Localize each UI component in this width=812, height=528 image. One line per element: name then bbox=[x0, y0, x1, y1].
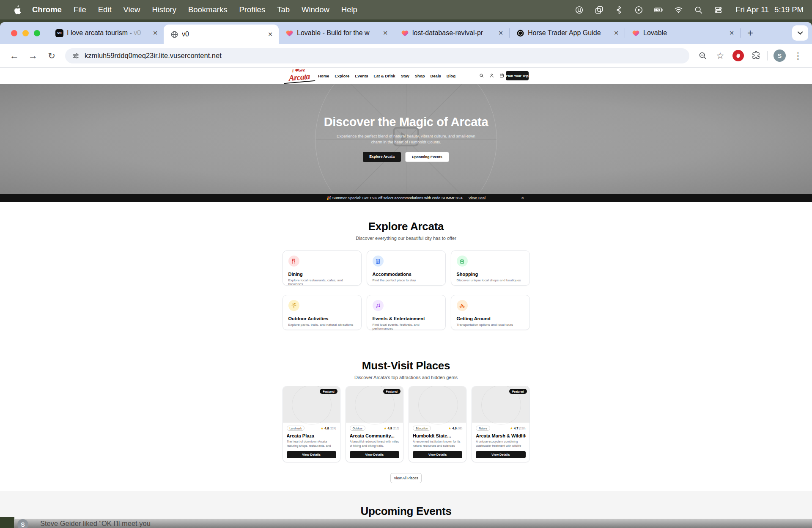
place-card-community-forest[interactable]: Featured Outdoor 4.9(210) Arcata Communi… bbox=[346, 386, 403, 462]
bookmark-star-icon[interactable]: ☆ bbox=[711, 51, 729, 61]
user-icon[interactable] bbox=[489, 73, 494, 78]
close-icon[interactable]: ✕ bbox=[611, 30, 621, 36]
menu-item-file[interactable]: File bbox=[68, 5, 92, 14]
explore-arcata-button[interactable]: Explore Arcata bbox=[363, 152, 401, 162]
battery-charging-icon[interactable] bbox=[654, 6, 663, 14]
plan-your-trip-button[interactable]: Plan Your Trip bbox=[506, 71, 529, 80]
place-desc: A beautiful redwood forest with miles of… bbox=[350, 440, 399, 448]
explore-card-events[interactable]: Events & Entertainment Find local events… bbox=[367, 295, 446, 330]
menu-item-bookmarks[interactable]: Bookmarks bbox=[182, 5, 233, 14]
view-deal-link[interactable]: View Deal bbox=[469, 196, 486, 200]
close-icon[interactable]: ✕ bbox=[496, 30, 506, 36]
utorrent-icon[interactable] bbox=[575, 6, 584, 14]
card-title: Shopping bbox=[457, 272, 524, 277]
site-settings-icon[interactable] bbox=[72, 52, 80, 60]
card-title: Getting Around bbox=[457, 316, 524, 321]
explore-cards-grid: Dining Explore local restaurants, cafes,… bbox=[283, 245, 530, 330]
wifi-icon[interactable] bbox=[674, 6, 683, 14]
close-icon[interactable]: ✕ bbox=[521, 194, 524, 202]
play-circle-icon[interactable] bbox=[634, 6, 643, 14]
review-count: (124) bbox=[330, 427, 336, 430]
address-bar[interactable]: kzmluh59rddq0meq23ir.lite.vusercontent.n… bbox=[65, 48, 689, 63]
extensions-puzzle-icon[interactable] bbox=[747, 51, 765, 60]
menu-item-edit[interactable]: Edit bbox=[92, 5, 118, 14]
star-icon bbox=[321, 426, 324, 430]
control-toggles-icon[interactable] bbox=[714, 6, 723, 14]
new-tab-button[interactable]: + bbox=[741, 27, 760, 39]
music-note-icon bbox=[373, 300, 384, 311]
nav-eat-drink[interactable]: Eat & Drink bbox=[373, 74, 395, 78]
explore-card-getting-around[interactable]: Getting Around Transportation options an… bbox=[451, 295, 530, 330]
utensils-icon bbox=[288, 256, 299, 267]
hero-title: Discover the Magic of Arcata bbox=[0, 84, 812, 129]
shopping-bag-icon bbox=[457, 256, 468, 267]
view-details-button[interactable]: View Details bbox=[350, 451, 399, 458]
nav-stay[interactable]: Stay bbox=[401, 74, 409, 78]
menu-bar-status-area: Fri Apr 11 5:19 PM bbox=[575, 5, 804, 14]
place-card-arcata-plaza[interactable]: Featured Landmark 4.8(124) Arcata Plaza … bbox=[283, 386, 340, 462]
view-details-button[interactable]: View Details bbox=[413, 451, 462, 458]
menu-item-window[interactable]: Window bbox=[296, 5, 335, 14]
spotlight-search-icon[interactable] bbox=[694, 6, 703, 14]
close-icon[interactable]: ✕ bbox=[380, 30, 390, 36]
bluetooth-icon[interactable] bbox=[614, 6, 623, 14]
menu-item-help[interactable]: Help bbox=[335, 5, 363, 14]
explore-card-accommodations[interactable]: Accommodations Find the perfect place to… bbox=[367, 250, 446, 286]
explore-card-dining[interactable]: Dining Explore local restaurants, cafes,… bbox=[283, 250, 362, 286]
place-card-humboldt-state[interactable]: Education 4.6(98) Humboldt State... A re… bbox=[409, 386, 466, 462]
menu-item-chrome[interactable]: Chrome bbox=[26, 5, 68, 14]
url-text[interactable]: kzmluh59rddq0meq23ir.lite.vusercontent.n… bbox=[85, 52, 222, 60]
tab-horse-trader-app-guide[interactable]: Horse Trader App Guide ✕ bbox=[510, 22, 625, 44]
search-icon[interactable] bbox=[479, 73, 484, 78]
nav-events[interactable]: Events bbox=[355, 74, 368, 78]
minimize-window-button[interactable] bbox=[22, 30, 29, 36]
message-notification-banner[interactable]: S Steve Geider liked “OK I'll meet you bbox=[14, 519, 812, 528]
rating-value: 4.9 bbox=[387, 426, 392, 430]
card-desc: Explore parks, trails, and natural attra… bbox=[288, 323, 356, 327]
upcoming-events-button[interactable]: Upcoming Events bbox=[405, 152, 449, 162]
featured-badge: Featured bbox=[509, 389, 527, 394]
card-title: Accommodations bbox=[373, 272, 440, 277]
close-window-button[interactable] bbox=[11, 30, 17, 36]
calendar-icon[interactable] bbox=[499, 73, 504, 78]
nav-explore[interactable]: Explore bbox=[335, 74, 349, 78]
screen-mirror-icon[interactable] bbox=[595, 6, 604, 14]
card-desc: Find the perfect place to stay bbox=[373, 278, 440, 282]
close-icon[interactable]: ✕ bbox=[727, 30, 737, 36]
view-details-button[interactable]: View Details bbox=[287, 451, 336, 458]
tab-lovable[interactable]: Lovable ✕ bbox=[625, 22, 740, 44]
place-card-arcata-marsh[interactable]: Featured Nature 4.7(156) Arcata Marsh & … bbox=[472, 386, 529, 462]
tab-search-button[interactable] bbox=[792, 25, 808, 41]
browser-menu-kebab-icon[interactable]: ⋮ bbox=[789, 51, 807, 61]
nav-deals[interactable]: Deals bbox=[430, 74, 441, 78]
tab-i-love-arcata-tourism[interactable]: v0 I love arcata tourism - v0 ✕ bbox=[49, 22, 164, 44]
adblock-extension-icon[interactable] bbox=[729, 50, 747, 61]
site-logo[interactable]: i ❤ove Arcata bbox=[283, 68, 315, 84]
nav-blog[interactable]: Blog bbox=[447, 74, 455, 78]
menu-item-profiles[interactable]: Profiles bbox=[233, 5, 271, 14]
menu-item-tab[interactable]: Tab bbox=[271, 5, 296, 14]
menu-item-history[interactable]: History bbox=[146, 5, 182, 14]
profile-avatar[interactable]: S bbox=[774, 50, 786, 62]
back-button[interactable]: ← bbox=[5, 50, 24, 61]
menu-item-view[interactable]: View bbox=[118, 5, 146, 14]
nav-home[interactable]: Home bbox=[318, 74, 329, 78]
nav-shop[interactable]: Shop bbox=[415, 74, 425, 78]
explore-card-outdoor[interactable]: Outdoor Activities Explore parks, trails… bbox=[283, 295, 362, 330]
tab-lovable-build[interactable]: Lovable - Build for the w ✕ bbox=[279, 22, 394, 44]
place-title: Arcata Community... bbox=[350, 433, 399, 438]
view-details-button[interactable]: View Details bbox=[476, 451, 525, 458]
tab-v0-active[interactable]: v0 ✕ bbox=[164, 25, 279, 44]
explore-card-shopping[interactable]: Shopping Discover unique local shops and… bbox=[451, 250, 530, 286]
close-icon[interactable]: ✕ bbox=[265, 31, 275, 38]
tab-lost-database-revival[interactable]: lost-database-revival-pr ✕ bbox=[394, 22, 509, 44]
view-all-places-button[interactable]: View All Places bbox=[390, 473, 422, 483]
reload-button[interactable]: ↻ bbox=[42, 51, 61, 61]
forward-button[interactable]: → bbox=[24, 50, 42, 61]
apple-menu-icon[interactable] bbox=[8, 5, 26, 14]
place-title: Humboldt State... bbox=[413, 433, 462, 438]
zoom-indicator-icon[interactable] bbox=[694, 51, 711, 60]
card-desc: Explore local restaurants, cafes, and br… bbox=[288, 278, 356, 286]
close-icon[interactable]: ✕ bbox=[150, 30, 160, 36]
fullscreen-window-button[interactable] bbox=[34, 30, 40, 36]
